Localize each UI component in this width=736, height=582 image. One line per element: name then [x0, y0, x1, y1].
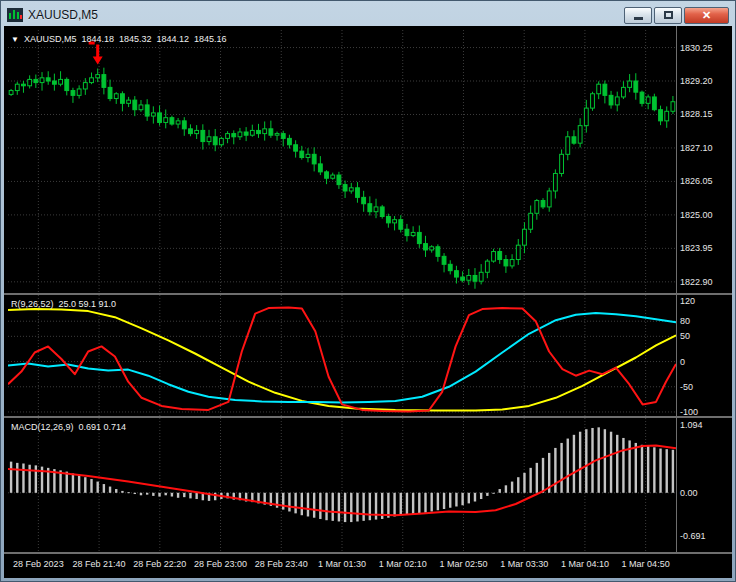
panel-separator[interactable]	[4, 416, 732, 418]
time-axis-label: 1 Mar 02:10	[368, 559, 438, 569]
header-open: 1844.18	[81, 34, 114, 44]
header-low: 1844.12	[157, 34, 190, 44]
time-axis-label: 1 Mar 04:50	[611, 559, 681, 569]
chart-client-area: 1830.251829.201828.151827.101826.051825.…	[4, 26, 732, 578]
time-axis-label: 1 Mar 03:30	[489, 559, 559, 569]
panel-separator[interactable]	[4, 293, 732, 295]
window-title: XAUUSD,M5	[28, 8, 98, 22]
panel-separator[interactable]	[4, 552, 732, 554]
r-indicator-label: R(9,26,52)	[11, 299, 54, 309]
price-axis-separator	[676, 26, 677, 554]
time-axis-label: 28 Feb 23:40	[246, 559, 316, 569]
price-axis-label: 1825.00	[680, 210, 713, 220]
macd-indicator-header: MACD(12,26,9) 0.691 0.714	[11, 422, 126, 432]
r-axis-label: 50	[680, 331, 690, 341]
price-axis-label: 1823.95	[680, 243, 713, 253]
price-axis-label: 1827.10	[680, 143, 713, 153]
window-controls: ✕	[624, 7, 729, 24]
yellow-line	[8, 309, 676, 410]
r-indicator-panel[interactable]	[8, 295, 676, 416]
symbol-dropdown-triangle-icon[interactable]: ▼	[11, 35, 19, 44]
price-axis-label: 1830.25	[680, 43, 713, 53]
red-line	[8, 308, 676, 412]
window-chart-icon	[7, 8, 23, 22]
price-axis-label: 1822.90	[680, 277, 713, 287]
main-price-panel[interactable]	[8, 30, 676, 293]
macd-axis-label: 0.00	[680, 488, 698, 498]
restore-icon	[664, 11, 673, 19]
macd-axis-label: 1.094	[680, 420, 703, 430]
r-axis-label: 0	[680, 357, 685, 367]
macd-indicator-values: 0.691 0.714	[79, 422, 127, 432]
r-axis-label: 120	[680, 296, 695, 306]
close-button[interactable]: ✕	[684, 7, 729, 24]
price-axis-label: 1829.20	[680, 76, 713, 86]
time-axis[interactable]: 28 Feb 202328 Feb 21:4028 Feb 22:2028 Fe…	[4, 556, 676, 576]
macd-indicator-panel[interactable]	[8, 418, 676, 552]
r-axis-label: -50	[680, 382, 693, 392]
header-high: 1845.32	[119, 34, 152, 44]
sell-arrow-icon	[96, 44, 99, 57]
time-axis-label: 28 Feb 21:40	[64, 559, 134, 569]
restore-button[interactable]	[654, 7, 682, 24]
r-indicator-header: R(9,26,52) 25.0 59.1 91.0	[11, 299, 116, 309]
macd-signal-line	[8, 445, 676, 515]
price-axis[interactable]: 1830.251829.201828.151827.101826.051825.…	[678, 26, 732, 554]
header-symbol: XAUUSD,M5	[24, 34, 77, 44]
chart-window: XAUUSD,M5 ✕ 1830.251829.201828.151827.10…	[0, 0, 736, 582]
time-axis-label: 28 Feb 22:20	[125, 559, 195, 569]
r-indicator-values: 25.0 59.1 91.0	[59, 299, 117, 309]
macd-axis-label: -0.691	[680, 531, 706, 541]
minimize-button[interactable]	[624, 7, 652, 24]
time-axis-label: 1 Mar 01:30	[307, 559, 377, 569]
time-axis-label: 1 Mar 02:50	[428, 559, 498, 569]
r-axis-label: 80	[680, 316, 690, 326]
time-axis-label: 1 Mar 04:10	[550, 559, 620, 569]
price-axis-label: 1826.05	[680, 176, 713, 186]
title-bar[interactable]: XAUUSD,M5 ✕	[4, 4, 732, 26]
close-icon: ✕	[702, 10, 711, 21]
ohlc-header: ▼ XAUUSD,M5 1844.18 1845.32 1844.12 1845…	[11, 34, 227, 44]
minimize-icon	[634, 17, 643, 20]
price-axis-label: 1828.15	[680, 109, 713, 119]
time-axis-label: 28 Feb 23:00	[186, 559, 256, 569]
header-close: 1845.16	[194, 34, 227, 44]
macd-indicator-label: MACD(12,26,9)	[11, 422, 74, 432]
time-axis-label: 28 Feb 2023	[4, 559, 73, 569]
r-axis-label: -100	[680, 407, 698, 417]
